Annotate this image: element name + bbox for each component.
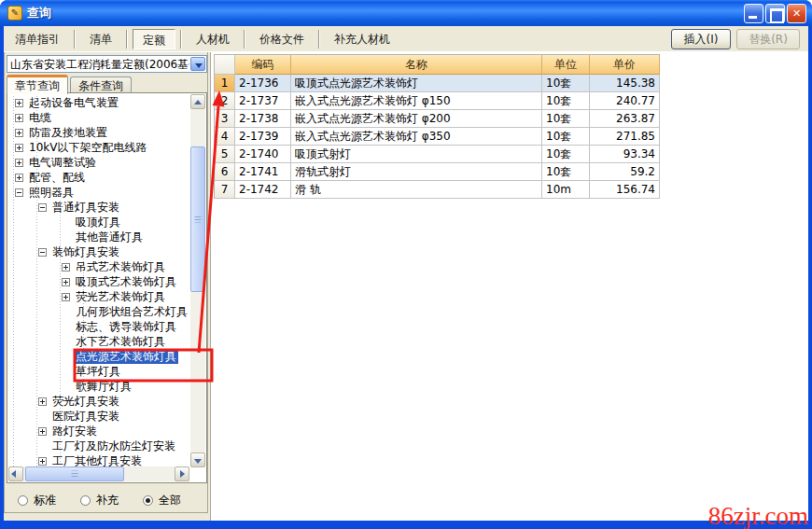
tree-item[interactable]: 照明器具	[7, 185, 190, 200]
toolbar-tab-2[interactable]: 清单	[80, 29, 121, 49]
collapse-minus-icon[interactable]	[38, 248, 47, 257]
cell-num: 6	[215, 163, 235, 181]
minimize-button[interactable]	[744, 4, 763, 23]
tree-item[interactable]: 10kV以下架空配电线路	[7, 140, 190, 155]
scroll-right-button[interactable]	[175, 466, 189, 481]
toolbar-separator	[74, 30, 76, 49]
tab-chapter-query[interactable]: 章节查询	[7, 75, 68, 94]
tree-item-label: 吸顶式艺术装饰灯具	[74, 274, 178, 289]
radio-icon[interactable]	[18, 495, 28, 506]
collapse-minus-icon[interactable]	[38, 203, 47, 212]
tree-horizontal-scrollbar[interactable]	[8, 466, 189, 481]
tree-item-label: 荧光灯具安装	[50, 394, 121, 409]
tree-item[interactable]: 荧光艺术装饰灯具	[7, 289, 190, 304]
cell-unit: 10套	[542, 92, 590, 110]
tree-item[interactable]: 吸顶式艺术装饰灯具	[7, 274, 190, 289]
tree-item[interactable]: 工厂灯及防水防尘灯安装	[7, 439, 190, 453]
tree-item[interactable]: 普通灯具安装	[7, 200, 190, 215]
filter-radio-0[interactable]: 标准	[18, 493, 56, 508]
filter-radio-label: 补充	[96, 493, 119, 508]
tree-item[interactable]: 配管、配线	[7, 170, 190, 185]
close-button[interactable]: ✕	[787, 4, 806, 23]
expand-plus-icon[interactable]	[15, 174, 23, 182]
radio-icon[interactable]	[143, 495, 153, 506]
expand-plus-icon[interactable]	[38, 457, 47, 466]
expand-plus-icon[interactable]	[15, 99, 23, 107]
expand-plus-icon[interactable]	[15, 144, 23, 152]
scroll-left-button[interactable]	[8, 466, 23, 481]
expand-plus-icon[interactable]	[15, 114, 23, 122]
expand-plus-icon[interactable]	[62, 278, 70, 286]
tree-item-label: 标志、诱导装饰灯具	[74, 319, 178, 334]
scroll-down-button[interactable]	[190, 452, 205, 467]
filter-radio-1[interactable]: 补充	[80, 493, 119, 508]
horizontal-scroll-thumb[interactable]	[25, 466, 124, 481]
catalog-select[interactable]: 山东省安装工程消耗量定额(2006基价	[7, 55, 207, 73]
tree-item[interactable]: 吊式艺术装饰灯具	[7, 259, 190, 274]
cell-unit: 10套	[542, 75, 590, 92]
tree-item-label: 电气调整试验	[27, 155, 98, 170]
chevron-down-icon[interactable]	[190, 57, 205, 71]
client-area: 清单指引清单定额人材机价格文件补充人材机 插入(I) 替换(R) 山东省安装工程…	[4, 26, 808, 521]
cell-price: 145.38	[590, 75, 660, 92]
table-row[interactable]: 12-1736吸顶式点光源艺术装饰灯10套145.38	[215, 75, 660, 92]
table-row[interactable]: 72-1742滑 轨10m156.74	[215, 181, 660, 199]
maximize-button[interactable]	[765, 4, 785, 23]
cell-price: 156.74	[590, 181, 660, 199]
cell-price: 263.87	[590, 110, 660, 128]
expand-plus-icon[interactable]	[62, 293, 70, 301]
results-panel: 编码名称单位单价12-1736吸顶式点光源艺术装饰灯10套145.3822-17…	[210, 52, 808, 521]
table-row[interactable]: 32-1738嵌入式点光源艺术装饰灯 φ20010套263.87	[215, 110, 660, 128]
expand-plus-icon[interactable]	[15, 129, 23, 137]
collapse-minus-icon[interactable]	[15, 188, 23, 197]
tree-item[interactable]: 防雷及接地装置	[7, 125, 190, 140]
filter-radio-label: 全部	[159, 493, 181, 508]
toolbar: 清单指引清单定额人材机价格文件补充人材机 插入(I) 替换(R)	[4, 26, 808, 52]
filter-radio-2[interactable]: 全部	[143, 493, 181, 508]
expand-plus-icon[interactable]	[38, 397, 47, 406]
tree-vertical-scrollbar[interactable]	[190, 94, 205, 467]
tree-item-label: 歌舞厅灯具	[74, 379, 133, 394]
tree-item-label: 配管、配线	[27, 170, 87, 185]
column-header: 单价	[590, 55, 660, 75]
tree-item[interactable]: 吸顶灯具	[7, 215, 190, 230]
expand-plus-icon[interactable]	[62, 263, 70, 271]
tree-item[interactable]: 几何形状组合艺术灯具	[7, 304, 190, 319]
tree-item[interactable]: 点光源艺术装饰灯具	[7, 349, 190, 364]
cell-num: 4	[215, 128, 235, 146]
toolbar-tab-5[interactable]: 价格文件	[250, 29, 314, 49]
tree-item[interactable]: 荧光灯具安装	[7, 394, 190, 409]
toolbar-separator	[126, 30, 128, 49]
scroll-up-button[interactable]	[190, 94, 205, 109]
tree-item[interactable]: 水下艺术装饰灯具	[7, 334, 190, 349]
tree-item[interactable]: 标志、诱导装饰灯具	[7, 319, 190, 334]
radio-icon[interactable]	[80, 495, 91, 506]
table-row[interactable]: 52-1740吸顶式射灯10套93.34	[215, 146, 660, 163]
tree-item[interactable]: 电缆	[7, 110, 190, 125]
tree-item[interactable]: 歌舞厅灯具	[7, 379, 190, 394]
expand-plus-icon[interactable]	[15, 159, 23, 167]
toolbar-tab-3[interactable]: 定额	[133, 29, 175, 49]
tree-item[interactable]: 电气调整试验	[7, 155, 190, 170]
table-row[interactable]: 42-1739嵌入式点光源艺术装饰灯 φ35010套271.85	[215, 128, 660, 146]
tree-item[interactable]: 医院灯具安装	[7, 409, 190, 424]
table-row[interactable]: 22-1737嵌入式点光源艺术装饰灯 φ15010套240.77	[215, 92, 660, 110]
tree-item[interactable]: 其他普通灯具	[7, 230, 190, 244]
insert-button[interactable]: 插入(I)	[671, 29, 731, 49]
cell-name: 滑轨式射灯	[291, 163, 542, 181]
table-row[interactable]: 62-1741滑轨式射灯10套59.2	[215, 163, 660, 181]
cell-price: 59.2	[590, 163, 660, 181]
tree-item[interactable]: 草坪灯具	[7, 364, 190, 379]
vertical-scroll-thumb[interactable]	[190, 146, 205, 292]
toolbar-tab-6[interactable]: 补充人材机	[325, 29, 399, 49]
expand-plus-icon[interactable]	[38, 427, 47, 436]
tree-item-label: 吸顶灯具	[74, 215, 122, 230]
tree-item[interactable]: 装饰灯具安装	[7, 244, 190, 259]
toolbar-separator	[318, 30, 320, 49]
tree-item[interactable]: 起动设备电气装置	[7, 95, 190, 110]
cell-unit: 10套	[542, 110, 590, 128]
toolbar-tab-4[interactable]: 人材机	[187, 29, 239, 49]
tree-item[interactable]: 路灯安装	[7, 424, 190, 439]
window-title: 查询	[27, 5, 51, 21]
toolbar-tab-1[interactable]: 清单指引	[6, 29, 69, 49]
